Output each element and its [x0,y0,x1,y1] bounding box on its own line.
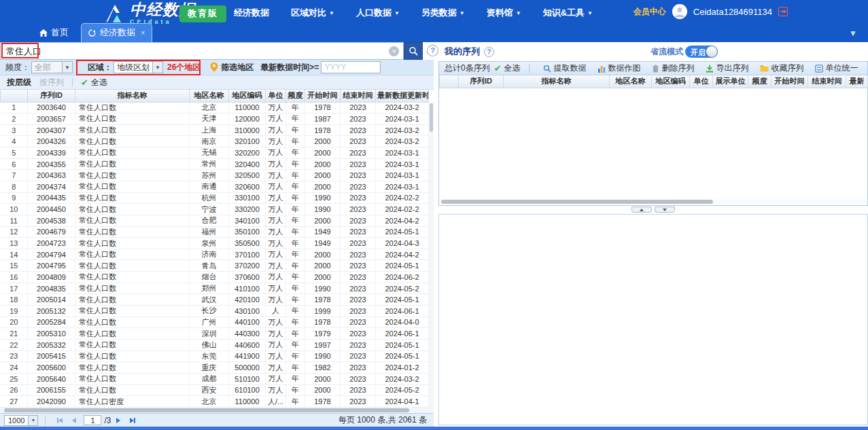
search-value: 常住人口 [6,46,41,58]
table-row[interactable]: 102004450常住人口数宁波330200万人年199020232024-02… [1,204,429,215]
delete-series-button[interactable]: 删除序列 [652,62,695,74]
prev-page-button[interactable] [72,418,76,423]
table-row[interactable]: 32004307常住人口数上海310000万人年197820232024-03-… [1,124,429,136]
toggle-knob [706,46,717,57]
search-input[interactable]: 常住人口 × [0,42,404,60]
table-row[interactable]: 182005014常住人口数武汉420100万人年197820232024-05… [1,294,429,306]
table-row[interactable]: 142004794常住人口数济南370100万人年200020232024-04… [1,249,429,260]
freq-label: 频度： [5,62,30,73]
table-row[interactable]: 212005310常住人口数深圳440300万人年197920232024-06… [1,328,429,340]
collapse-header-chevron[interactable]: ▼ [849,29,857,38]
page-number-input[interactable]: 1 [84,415,101,425]
extract-data-icon [543,65,551,73]
table-row[interactable]: 92004435常住人口数杭州330100万人年199020232024-02-… [1,192,429,204]
table-row[interactable]: 152004795常住人口数青岛370200万人年200020232024-05… [1,260,429,272]
table-row[interactable]: 132004723常住人口数泉州350500万人年194920232024-04… [1,238,429,249]
collapse-up-button[interactable] [631,207,652,213]
username-label[interactable]: Ceidata1284691134 [693,7,772,17]
last-page-button[interactable] [130,418,135,423]
menu-economic-data[interactable]: 经济数据 [234,7,269,19]
collapse-down-button[interactable] [655,207,675,213]
main-menu: 经济数据 区域对比▼ 人口数据▼ 另类数据▼ 资料馆▼ 知识&工具▼ [234,7,593,19]
export-series-button[interactable]: 导出序列 [706,62,749,74]
check-icon: ✔ [494,63,502,73]
tab-bar: 首页 经济数据 × [33,23,152,42]
by-level-button[interactable]: 按层级 [7,77,31,88]
menu-alternative-data[interactable]: 另类数据▼ [421,7,465,19]
chevron-down-icon: ▼ [62,62,72,73]
favorite-series-button[interactable]: 收藏序列 [760,62,804,74]
table-row[interactable]: 162004809常住人口数烟台370600万人年200020232024-06… [1,272,429,283]
horizontal-scrollbar-thumb[interactable] [441,200,713,204]
table-row[interactable]: 112004538常住人口数合肥340100万人年200020232024-04… [1,215,429,226]
table-row[interactable]: 252005640常住人口数成都510100万人年200020232024-03… [1,373,429,384]
table-row[interactable]: 62004355常住人口数常州320400万人年200020232024-03-… [1,158,429,170]
table-row[interactable]: 12003640常住人口数北京110000万人年197820232024-03-… [1,102,429,113]
horizontal-scrollbar-thumb[interactable] [4,408,409,412]
table-row[interactable]: 82004374常住人口数南通320600万人年200020232024-03-… [1,181,429,192]
region-select[interactable]: 地级区划 ▼ [114,61,163,73]
table-row[interactable]: 222005332常住人口数佛山440600万人年199720232024-05… [1,339,429,351]
search-help-icon[interactable]: ? [427,45,438,56]
member-center-link[interactable]: 会员中心 [633,6,666,18]
export-icon [706,65,714,73]
saver-mode-toggle[interactable]: 开启 [685,46,718,58]
chevron-down-icon: ▼ [587,10,593,16]
table-row[interactable]: 52004339常住人口数无锡320200万人年200020232024-03-… [1,147,429,159]
divider [45,416,46,425]
unit-unify-icon [815,65,823,73]
latest-year-input[interactable] [321,61,381,73]
select-all-button[interactable]: 全选 [91,77,107,88]
search-button[interactable] [404,42,423,60]
extract-data-button[interactable]: 提取数据 [543,62,587,74]
table-row[interactable]: 42004326常住人口数南京320100万人年200020232024-03-… [1,136,429,147]
bottom-border-strip [0,427,868,430]
page-size-select[interactable]: 1000 ▼ [4,415,38,426]
table-row[interactable]: 202005284常住人口数广州440100万人年197820232024-04… [1,317,429,328]
topbar: 中经数据 CEIdata 教育版 经济数据 区域对比▼ 人口数据▼ 另类数据▼ … [0,0,868,42]
vertical-scrollbar-thumb[interactable] [430,103,433,132]
my-series-table: 序列ID 指标名称 地区名称 地区编码 单位 展示单位 频度 开始时间 结束时间… [439,75,868,88]
by-series-button[interactable]: 按序列 [39,77,64,88]
table-row[interactable]: 72004363常住人口数苏州320500万人年200020232024-03-… [1,170,429,181]
results-table: 序列ID 指标名称 地区名称 地区编码 单位 频度 开始时间 结束时间 最新数据… [0,90,434,408]
table-row[interactable]: 192005132常住人口数长沙430100人年199920232024-06-… [1,306,429,317]
chart-button[interactable]: 数据作图 [597,62,641,74]
avatar[interactable] [672,4,687,19]
horizontal-scrollbar[interactable] [0,408,434,413]
table-row[interactable]: 22003657常住人口数天津120000万人年198720232024-03-… [1,113,429,125]
tab-home[interactable]: 首页 [33,24,75,42]
my-series-horizontal-scrollbar[interactable] [440,199,867,204]
table-row[interactable]: 242005600常住人口数重庆500000万人年198220232024-01… [1,362,429,374]
next-page-button[interactable] [116,418,120,423]
table-row[interactable]: 172004835常住人口数郑州410100万人年199020232024-05… [1,283,429,294]
app-window: 中经数据 CEIdata 教育版 经济数据 区域对比▼ 人口数据▼ 另类数据▼ … [0,0,868,430]
panel-splitter[interactable] [438,206,868,213]
clear-search-icon[interactable]: × [389,46,399,56]
my-series-table-header: 序列ID 指标名称 地区名称 地区编码 单位 展示单位 频度 开始时间 结束时间… [440,75,868,88]
triangle-down-icon [663,209,667,211]
close-icon[interactable]: × [141,29,145,37]
table-row[interactable]: 272042090常住人口密度北京110000人/...年19782023202… [1,396,429,408]
table-row[interactable]: 232005415常住人口数东莞441900万人年199020232024-05… [1,351,429,362]
filter-region-button[interactable]: 筛选地区 [221,62,254,73]
vertical-scrollbar[interactable] [429,103,434,408]
select-all-series-button[interactable]: 全选 [504,62,521,74]
menu-population-data[interactable]: 人口数据▼ [356,7,400,19]
page-total-label: /3 [104,416,111,425]
logout-icon[interactable] [778,7,788,16]
table-row[interactable]: 122004679常住人口数福州350100万人年194920232024-05… [1,226,429,238]
menu-knowledge-tools[interactable]: 知识&工具▼ [543,7,593,19]
freq-select[interactable]: 全部 ▼ [31,61,73,73]
logo-icon [103,3,126,24]
tab-economic-data[interactable]: 经济数据 × [81,23,152,42]
saver-mode-label: 省流模式 [650,46,683,58]
first-page-button[interactable] [57,418,63,423]
my-series-help-icon[interactable]: ? [484,47,494,57]
menu-region-compare[interactable]: 区域对比▼ [291,7,334,19]
menu-library[interactable]: 资料馆▼ [487,7,521,19]
search-icon [409,46,418,56]
unify-units-button[interactable]: 单位统一 [815,62,858,74]
table-row[interactable]: 262006155常住人口数西安610100万人年200020232024-05… [1,384,429,396]
edition-badge[interactable]: 教育版 [179,5,226,22]
